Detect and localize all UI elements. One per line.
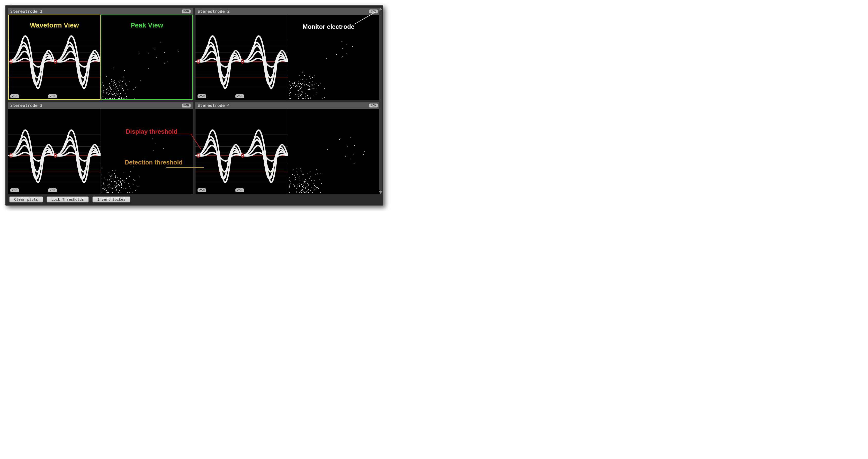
spike-waveforms: [8, 109, 100, 194]
monitor-button[interactable]: MON: [369, 103, 378, 108]
peak-view[interactable]: [288, 109, 380, 194]
clear-plots-button[interactable]: Clear plots: [9, 196, 43, 202]
panel-stereotrode-4: Stereotrode 4 MON 250250: [195, 102, 381, 194]
peak-scatter: [101, 109, 193, 194]
panel-grid: Stereotrode 1 MON Waveform View 250250 P…: [8, 8, 381, 194]
monitor-button[interactable]: MON: [182, 103, 191, 108]
panel-stereotrode-1: Stereotrode 1 MON Waveform View 250250 P…: [8, 8, 193, 100]
invert-spikes-button[interactable]: Invert Spikes: [92, 196, 130, 202]
vertical-scrollbar[interactable]: [378, 8, 383, 194]
panel-header: Stereotrode 1 MON: [8, 8, 193, 15]
gain-badge-ch2[interactable]: 250: [235, 94, 244, 98]
spike-waveforms: [8, 15, 100, 100]
peak-view[interactable]: [288, 15, 380, 100]
peak-scatter: [101, 15, 193, 100]
gain-badge-ch1[interactable]: 250: [197, 188, 206, 192]
gain-badge-ch2[interactable]: 250: [48, 188, 57, 192]
panel-title: Stereotrode 2: [197, 9, 230, 14]
gain-badge-ch1[interactable]: 250: [10, 94, 19, 98]
peak-scatter: [288, 15, 380, 100]
panel-stereotrode-2: Stereotrode 2 MON 250250 Monitor electro…: [195, 8, 381, 100]
peak-view[interactable]: Peak View: [101, 15, 193, 100]
panel-stereotrode-3: Stereotrode 3 MON 250250 Display thresho…: [8, 102, 193, 194]
waveform-view[interactable]: 250250: [195, 15, 288, 100]
bottom-toolbar: Clear plots Lock Thresholds Invert Spike…: [8, 194, 381, 203]
panel-title: Stereotrode 1: [10, 9, 42, 14]
scroll-up-icon[interactable]: [379, 8, 382, 10]
waveform-view[interactable]: 250250: [195, 109, 288, 194]
panel-header: Stereotrode 2 MON: [195, 8, 380, 15]
panel-title: Stereotrode 3: [10, 103, 42, 108]
gain-badge-ch2[interactable]: 250: [235, 188, 244, 192]
waveform-view[interactable]: 250250: [8, 109, 101, 194]
spike-waveforms: [195, 109, 288, 194]
spike-waveforms: [195, 15, 288, 100]
panel-title: Stereotrode 4: [197, 103, 230, 108]
peak-scatter: [288, 109, 380, 194]
spike-viewer-window: Stereotrode 1 MON Waveform View 250250 P…: [5, 5, 383, 206]
monitor-button[interactable]: MON: [182, 9, 191, 13]
gain-badge-ch1[interactable]: 250: [197, 94, 206, 98]
gain-badge-ch2[interactable]: 250: [48, 94, 57, 98]
gain-badge-ch1[interactable]: 250: [10, 188, 19, 192]
panel-header: Stereotrode 4 MON: [195, 102, 380, 109]
scroll-track[interactable]: [379, 11, 382, 190]
monitor-button[interactable]: MON: [369, 9, 378, 13]
scroll-down-icon[interactable]: [379, 191, 382, 194]
peak-view[interactable]: [101, 109, 193, 194]
panel-header: Stereotrode 3 MON: [8, 102, 193, 109]
lock-thresholds-button[interactable]: Lock Thresholds: [46, 196, 89, 202]
waveform-view[interactable]: Waveform View 250250: [8, 15, 101, 100]
